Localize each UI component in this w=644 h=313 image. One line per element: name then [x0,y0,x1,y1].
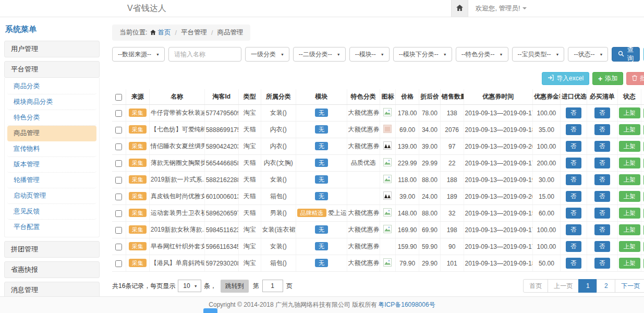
status-button[interactable]: 上架 [619,241,640,252]
sidebar-item[interactable]: 模块商品分类 [7,94,96,110]
row-checkbox[interactable] [115,177,122,184]
select-all-checkbox[interactable] [115,94,122,101]
row-checkbox[interactable] [115,210,122,217]
module-select[interactable]: --模块--▼ [349,47,390,62]
page-number-input[interactable] [262,280,283,292]
import-select-toggle[interactable]: 否 [566,241,581,252]
sidebar-group[interactable]: 用户管理 [4,41,100,57]
status-cell: 上架 [617,222,641,238]
sidebar-group[interactable]: 拼团管理 [4,241,100,258]
must-buy-toggle[interactable]: 否 [594,158,610,168]
data-source-select[interactable]: --数据来源--▼ [112,47,165,62]
per-page-select[interactable]: 10 ▼ [178,280,201,292]
status-button[interactable]: 上架 [619,124,640,135]
batch-delete-button[interactable]: 批量删除 [626,72,644,85]
sidebar-item[interactable]: 特色分类 [7,110,96,126]
import-select-toggle[interactable]: 否 [566,224,581,235]
row-checkbox[interactable] [115,127,122,134]
module-sub-category-select[interactable]: --模块下分类--▼ [393,47,452,62]
import-select-toggle[interactable]: 否 [566,124,581,135]
must-buy-toggle[interactable]: 否 [594,191,610,202]
import-select-cell: 否 [560,172,587,188]
column-header: 图标 [380,89,396,105]
row-checkbox[interactable] [115,143,122,150]
level1-category-select[interactable]: 一级分类▼ [245,47,289,62]
sidebar-item[interactable]: 启动页管理 [7,188,96,204]
icp-link[interactable]: 粤ICP备16098006号 [378,300,435,309]
must-buy-toggle[interactable]: 否 [594,208,610,219]
import-select-toggle[interactable]: 否 [566,174,581,185]
module-cell: 无 [296,255,347,272]
status-button[interactable]: 上架 [619,208,640,219]
sidebar-item[interactable]: 平台配置 [7,220,96,235]
module-cell: 无 [296,238,347,255]
column-header: 折后价 [419,89,441,105]
import-select-toggle[interactable]: 否 [566,141,581,152]
import-select-toggle[interactable]: 否 [566,107,581,118]
row-checkbox[interactable] [115,194,122,200]
coupon-time-cell: 2019-09-13—2019-09-18 [464,255,532,272]
checkbox-cell [112,172,126,188]
module-none-badge: 无 [315,125,328,134]
sidebar-item[interactable]: 商品分类 [7,79,96,94]
sidebar-item[interactable]: 版本管理 [7,157,96,173]
row-checkbox[interactable] [115,260,122,267]
status-button[interactable]: 上架 [619,191,640,202]
checkbox-cell [112,122,126,138]
page-button[interactable]: 上一页 [548,279,579,293]
must-buy-toggle[interactable]: 否 [594,107,610,118]
sidebar-item[interactable]: 意见反馈 [7,204,96,220]
sidebar-item[interactable]: 轮播管理 [7,173,96,188]
page-button[interactable]: 2 [597,279,615,293]
import-select-toggle[interactable]: 否 [566,191,581,202]
home-button[interactable] [451,0,468,17]
must-buy-toggle[interactable]: 否 [594,224,610,235]
status-button[interactable]: 上架 [619,224,640,235]
row-checkbox[interactable] [115,244,122,250]
jump-button[interactable]: 跳转到 [221,280,249,293]
select-value: --特色分类-- [461,50,495,59]
user-menu[interactable]: 欢迎您, 管理员! [476,4,527,13]
product-name-cell: 【七色纺】可爱纯棉家... [149,122,204,138]
breadcrumb-home-link[interactable]: 首页 [157,28,171,37]
status-select[interactable]: --状态--▼ [568,47,608,62]
sidebar-item[interactable]: 宣传物料 [7,141,96,157]
feature-category-cell [347,188,380,205]
import-select-toggle[interactable]: 否 [566,208,581,219]
sidebar-group[interactable]: 消息管理 [4,282,100,296]
product-thumbnail [383,144,392,151]
status-button[interactable]: 上架 [619,141,640,152]
feature-category-cell [347,172,380,188]
import-excel-button[interactable]: 导入excel [542,72,589,85]
status-button[interactable]: 上架 [619,158,640,168]
must-buy-toggle[interactable]: 否 [594,241,610,252]
search-button[interactable]: 查询 [612,47,640,62]
sidebar-group[interactable]: 平台管理 [4,61,100,78]
status-button[interactable]: 上架 [619,107,640,118]
level2-category-select[interactable]: --二级分类--▼ [293,47,346,62]
import-select-toggle[interactable]: 否 [566,158,581,168]
page-button[interactable]: 下一页 [615,279,644,293]
status-button[interactable]: 上架 [619,258,640,269]
feature-category-select[interactable]: --特色分类--▼ [456,47,508,62]
import-select-toggle[interactable]: 否 [566,258,581,269]
must-buy-toggle[interactable]: 否 [594,258,610,269]
sidebar-group[interactable]: 省惠快报 [4,261,100,278]
icon-cell [380,155,396,172]
import-select-cell: 否 [560,105,587,122]
name-input[interactable] [168,47,241,62]
page-button[interactable]: 1 [578,279,597,293]
must-buy-toggle[interactable]: 否 [594,141,610,152]
type-cell: 淘宝 [238,255,261,272]
column-header: 优惠券时间 [464,89,532,105]
row-checkbox[interactable] [115,160,122,167]
must-buy-toggle[interactable]: 否 [594,174,610,185]
row-checkbox[interactable] [115,110,122,117]
item-type-select[interactable]: --宝贝类型--▼ [512,47,565,62]
row-checkbox[interactable] [115,227,122,234]
status-button[interactable]: 上架 [619,174,640,185]
add-button[interactable]: + 添加 [592,72,623,85]
must-buy-toggle[interactable]: 否 [594,124,610,135]
sidebar-item[interactable]: 商品管理 [7,126,96,141]
page-button[interactable]: 首页 [523,279,548,293]
